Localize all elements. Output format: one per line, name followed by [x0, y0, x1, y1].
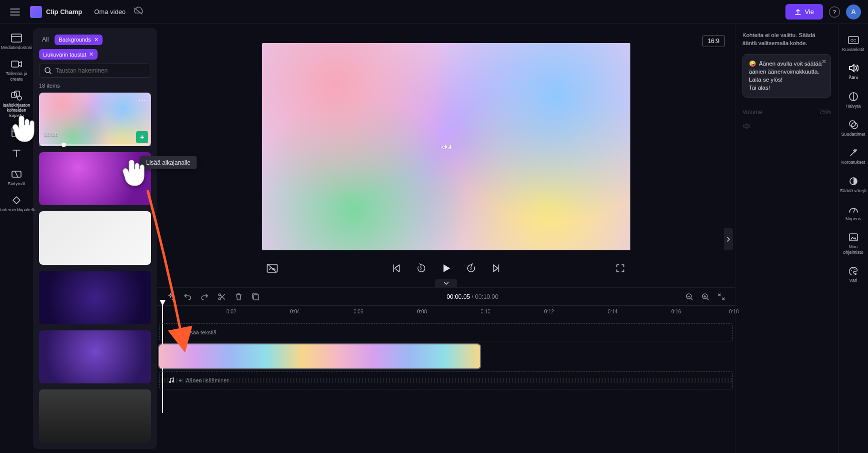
rail-library[interactable]: isältökirjaston kohteiden kirjasto [2, 87, 32, 121]
library-panel: All Backgrounds ✕ Liukuvärin taustat ✕ 1… [33, 28, 157, 449]
brand-icon [11, 194, 23, 206]
menu-button[interactable] [7, 4, 23, 20]
templates-icon [11, 126, 23, 138]
search-input-wrapper[interactable] [39, 64, 151, 78]
skip-back-button[interactable] [389, 261, 403, 275]
rail-templates[interactable] [2, 123, 32, 142]
thumbnail-toggle-button[interactable] [265, 261, 279, 275]
rail-speed[interactable]: Nopeus [838, 200, 869, 224]
rail-software[interactable]: Muu ohjelmisto [838, 228, 869, 258]
svg-rect-1 [12, 61, 19, 67]
more-icon[interactable]: ⋯ [138, 96, 147, 105]
bg-thumb-2[interactable] [39, 152, 151, 206]
rail-adjust-colors[interactable]: Säädä värejä [838, 172, 869, 196]
svg-point-4 [18, 96, 22, 100]
bg-thumb-4[interactable] [39, 271, 151, 324]
tooltip-add-timeline: Lisää aikajanalle [140, 156, 197, 169]
plus-icon: + [179, 377, 182, 383]
timeline-ruler[interactable]: 0:02 0:04 0:06 0:08 0:10 0:12 0:14 0:16 … [157, 305, 735, 320]
items-count: 18 items [39, 83, 151, 89]
redo-button[interactable] [199, 291, 210, 302]
svg-point-26 [852, 268, 853, 269]
media-icon [11, 32, 23, 44]
rail-record[interactable]: Tallenna ja create [2, 55, 32, 85]
wand-icon [847, 147, 859, 159]
svg-rect-5 [12, 128, 21, 137]
split-button[interactable] [216, 291, 227, 302]
app-name: Clip Champ [46, 8, 82, 16]
expand-panel-button[interactable] [724, 228, 733, 250]
speedometer-icon [847, 203, 859, 215]
thumb-duration: 00:08 [44, 131, 58, 137]
collapse-timeline-button[interactable] [435, 279, 457, 287]
rail-brand[interactable]: Tuotemerkkipaketti [2, 191, 32, 215]
help-button[interactable]: ? [829, 7, 840, 18]
bg-thumb-3[interactable] [39, 211, 151, 265]
close-tip-button[interactable]: ✕ [821, 58, 826, 66]
text-icon [11, 147, 23, 159]
undo-button[interactable] [182, 291, 193, 302]
text-icon [169, 329, 175, 335]
aspect-ratio-selector[interactable]: 16:9 [702, 35, 725, 47]
rail-effects[interactable]: Korostukset [838, 144, 869, 168]
svg-rect-0 [12, 34, 22, 42]
skip-forward-button[interactable] [489, 261, 503, 275]
zoom-out-button[interactable] [684, 291, 695, 302]
rewind-button[interactable]: 5 [414, 261, 428, 275]
rail-text[interactable] [2, 144, 32, 163]
chip-backgrounds[interactable]: Backgrounds ✕ [55, 35, 102, 45]
text-track-placeholder[interactable]: + Lisää tekstiä [159, 323, 733, 341]
app-logo-icon [30, 6, 42, 18]
rail-audio[interactable]: Ääni [838, 59, 869, 83]
user-avatar[interactable]: A [846, 5, 861, 20]
volume-value: 75% [819, 109, 831, 116]
video-clip[interactable] [159, 344, 480, 368]
svg-text:CC: CC [850, 38, 856, 43]
bg-thumb-1[interactable]: ⋯ 00:08 + [39, 93, 151, 146]
forward-button[interactable]: 5 [464, 261, 478, 275]
preview-text-overlay: Teksti [440, 144, 453, 150]
palette-icon [847, 265, 859, 277]
image-icon [847, 231, 859, 243]
svg-text:5: 5 [420, 267, 422, 270]
magic-button[interactable] [165, 291, 176, 302]
properties-panel: Kohteita ei ole valittu. Säädä ääntä val… [735, 24, 838, 453]
add-to-timeline-button[interactable]: + [136, 131, 148, 143]
duplicate-button[interactable] [250, 291, 261, 302]
audio-track-placeholder[interactable]: + Äänen lisääminen [159, 371, 733, 389]
emoji-icon: 🤪 [749, 61, 756, 67]
music-icon [169, 377, 175, 383]
library-icon [11, 90, 23, 102]
close-icon[interactable]: ✕ [89, 51, 94, 58]
export-button[interactable]: Vie [785, 4, 823, 20]
rail-color[interactable]: Väri [838, 262, 869, 286]
delete-button[interactable] [233, 291, 244, 302]
timecode: 00:00.05 / 00:10.00 [261, 293, 684, 300]
zoom-in-button[interactable] [700, 291, 711, 302]
sync-status-icon [133, 7, 144, 17]
empty-selection-text: Kohteita ei ole valittu. Säädä ääntä val… [742, 31, 831, 47]
rail-media[interactable]: Mediatiedostosi [2, 29, 32, 53]
search-icon [45, 67, 52, 74]
rail-transitions[interactable]: Siirtymät [2, 165, 32, 189]
fullscreen-button[interactable] [613, 261, 627, 275]
project-name[interactable]: Oma video [94, 8, 126, 16]
rail-fade[interactable]: Häivytä [838, 88, 869, 112]
volume-label: Volume [742, 109, 762, 116]
play-button[interactable] [439, 261, 453, 275]
chip-gradient[interactable]: Liukuvärin taustat ✕ [39, 49, 98, 60]
video-preview[interactable]: Teksti [262, 43, 630, 250]
export-label: Vie [804, 8, 814, 16]
search-input[interactable] [56, 67, 146, 74]
rail-filters[interactable]: Suodattimet [838, 116, 869, 140]
filters-icon [847, 119, 859, 131]
close-icon[interactable]: ✕ [94, 37, 99, 43]
rail-captions[interactable]: CC Kuvatekstit [838, 31, 869, 55]
zoom-fit-button[interactable] [716, 291, 727, 302]
svg-rect-13 [254, 295, 259, 300]
filter-all[interactable]: All [39, 34, 52, 45]
svg-point-27 [854, 269, 855, 270]
mute-toggle [742, 123, 831, 130]
bg-thumb-6[interactable] [39, 389, 151, 443]
bg-thumb-5[interactable] [39, 330, 151, 384]
